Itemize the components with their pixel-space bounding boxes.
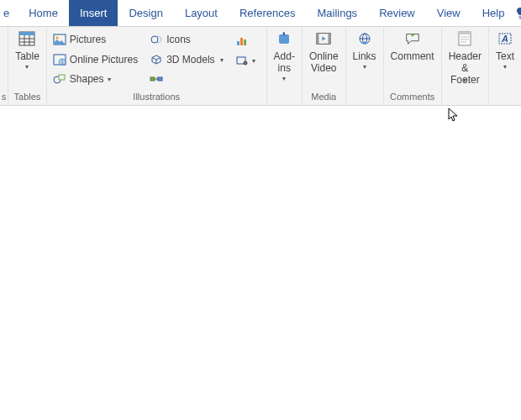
online-video-button[interactable]: Online Video — [303, 27, 345, 92]
addins-icon — [276, 30, 292, 47]
svg-rect-27 — [459, 32, 471, 34]
links-button[interactable]: Links ▾ — [346, 27, 383, 92]
text-button[interactable]: A Text ▾ — [489, 27, 521, 92]
group-label-addins — [267, 92, 302, 105]
shapes-label: Shapes — [70, 73, 104, 85]
group-label-pages-partial: s — [0, 92, 8, 105]
addins-button[interactable]: Add- ins ▾ — [267, 27, 302, 92]
chevron-down-icon: ▾ — [363, 62, 366, 71]
pictures-icon — [53, 33, 66, 46]
group-label-illustrations: Illustrations — [47, 92, 266, 105]
text-label: Text — [496, 50, 514, 62]
group-label-tables: Tables — [8, 92, 46, 105]
online-video-label: Online Video — [309, 50, 339, 74]
3d-models-button[interactable]: 3D Models ▾ — [147, 51, 225, 68]
svg-rect-21 — [317, 34, 319, 45]
table-label: Table — [15, 50, 39, 62]
shapes-icon — [53, 72, 66, 86]
svg-rect-13 — [150, 77, 155, 81]
screenshot-icon — [235, 54, 249, 67]
icons-button[interactable]: Icons — [147, 31, 225, 48]
addins-label: Add- ins — [274, 50, 295, 74]
smartart-button[interactable] — [147, 71, 225, 87]
online-video-icon — [315, 30, 332, 47]
tab-help[interactable]: Help — [471, 0, 516, 26]
tab-file-partial[interactable]: e — [0, 0, 18, 26]
online-pictures-label: Online Pictures — [70, 54, 138, 66]
table-button[interactable]: Table ▾ — [8, 27, 46, 92]
pictures-button[interactable]: Pictures — [50, 31, 140, 48]
group-label-links — [346, 92, 383, 105]
3d-models-icon — [150, 53, 163, 66]
chevron-down-icon: ▾ — [108, 75, 111, 83]
tab-strip: e Home Insert Design Layout References M… — [0, 0, 521, 27]
links-icon — [356, 30, 373, 47]
tab-design[interactable]: Design — [118, 0, 173, 26]
tab-insert[interactable]: Insert — [69, 0, 118, 26]
tab-mailings[interactable]: Mailings — [306, 0, 368, 26]
3d-models-label: 3D Models — [166, 54, 214, 66]
comment-label: Comment — [391, 50, 434, 62]
shapes-button[interactable]: Shapes ▾ — [50, 71, 140, 87]
tab-review[interactable]: Review — [368, 0, 426, 26]
header-footer-icon — [456, 30, 473, 47]
icons-icon — [150, 33, 163, 46]
comment-icon — [404, 30, 421, 47]
svg-rect-1 — [19, 32, 34, 35]
icons-label: Icons — [166, 34, 191, 45]
ribbon-insert: s Table ▾ Tables Pictures — [0, 27, 521, 106]
links-label: Links — [353, 50, 376, 62]
group-label-headerfooter — [442, 92, 488, 105]
chevron-down-icon: ▾ — [220, 55, 224, 64]
tab-layout[interactable]: Layout — [174, 0, 229, 26]
svg-rect-11 — [59, 75, 65, 80]
chevron-down-icon: ▾ — [25, 62, 29, 71]
tab-references[interactable]: References — [229, 0, 306, 26]
tab-home[interactable]: Home — [18, 0, 69, 26]
svg-rect-16 — [240, 38, 243, 45]
svg-rect-15 — [237, 41, 239, 45]
svg-rect-17 — [244, 39, 246, 45]
chart-icon — [235, 34, 249, 47]
svg-rect-14 — [158, 77, 162, 81]
chart-button[interactable] — [233, 32, 258, 49]
tab-view[interactable]: View — [426, 0, 471, 26]
text-icon: A — [497, 30, 513, 47]
online-pictures-button[interactable]: Online Pictures — [50, 51, 140, 68]
screenshot-button[interactable]: ▾ — [233, 52, 258, 69]
group-label-media: Media — [303, 92, 345, 105]
document-area[interactable] — [0, 106, 521, 420]
header-footer-button[interactable]: Header & Footer ▾ — [442, 27, 488, 92]
svg-point-7 — [55, 37, 58, 39]
svg-text:A: A — [501, 34, 508, 44]
tell-me-icon[interactable] — [515, 0, 521, 26]
chevron-down-icon: ▾ — [463, 76, 466, 84]
online-pictures-icon — [53, 53, 66, 66]
smartart-icon — [150, 72, 163, 86]
group-label-comments: Comments — [384, 92, 441, 105]
comment-button[interactable]: Comment — [384, 27, 441, 92]
svg-rect-22 — [329, 34, 331, 45]
group-label-text — [489, 92, 521, 105]
table-icon — [18, 30, 35, 47]
chevron-down-icon: ▾ — [282, 74, 286, 82]
pictures-label: Pictures — [70, 34, 106, 45]
chevron-down-icon: ▾ — [252, 56, 255, 65]
chevron-down-icon: ▾ — [503, 62, 507, 71]
svg-point-12 — [151, 36, 158, 43]
